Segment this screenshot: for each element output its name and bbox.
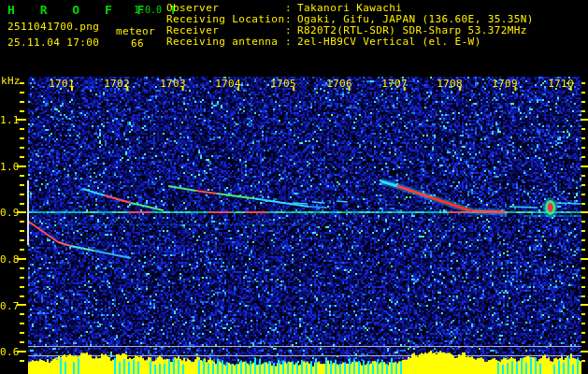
y-axis-label: 1.0: [0, 161, 16, 173]
x-axis-label: 1707: [370, 78, 419, 90]
x-axis-label: 1709: [480, 78, 529, 90]
station-info: Observer:Takanori Kawachi Receiving Loca…: [166, 3, 534, 48]
hrofft-window: H R O F F T 1.0.0 2511041700.png meteor …: [0, 0, 588, 374]
info-separator: :: [285, 36, 292, 48]
y-axis-label: 0.8: [0, 253, 16, 266]
y-axis-label: 0.6: [0, 346, 16, 358]
x-axis-label: 1703: [149, 78, 197, 90]
text-overlay: H R O F F T 1.0.0 2511041700.png meteor …: [0, 0, 588, 374]
y-axis-label: 1.1: [0, 114, 16, 126]
x-axis-label: 1705: [259, 78, 308, 90]
output-filename: 2511041700.png: [7, 21, 99, 33]
x-axis-label: 1701: [37, 78, 86, 90]
x-axis-label: 1702: [93, 78, 141, 90]
observation-datetime: 25.11.04 17:00: [7, 36, 99, 49]
y-axis-unit: kHz: [1, 75, 21, 87]
info-label: Receiving antenna: [166, 36, 285, 48]
app-version: 1.0.0: [134, 5, 162, 15]
mode-label: meteor: [116, 25, 155, 37]
x-axis-label: 1704: [204, 78, 252, 90]
y-axis-label: 0.9: [0, 207, 16, 219]
x-axis-label: 1710: [537, 78, 585, 90]
info-row-antenna: Receiving antenna:2el-HB9CV Vertical (el…: [166, 36, 534, 48]
info-value: 2el-HB9CV Vertical (el. E-W): [297, 36, 481, 48]
meteor-count: 66: [131, 37, 144, 50]
x-axis-label: 1708: [425, 78, 474, 90]
y-axis-label: 0.7: [0, 300, 16, 312]
x-axis-label: 1706: [315, 78, 364, 90]
